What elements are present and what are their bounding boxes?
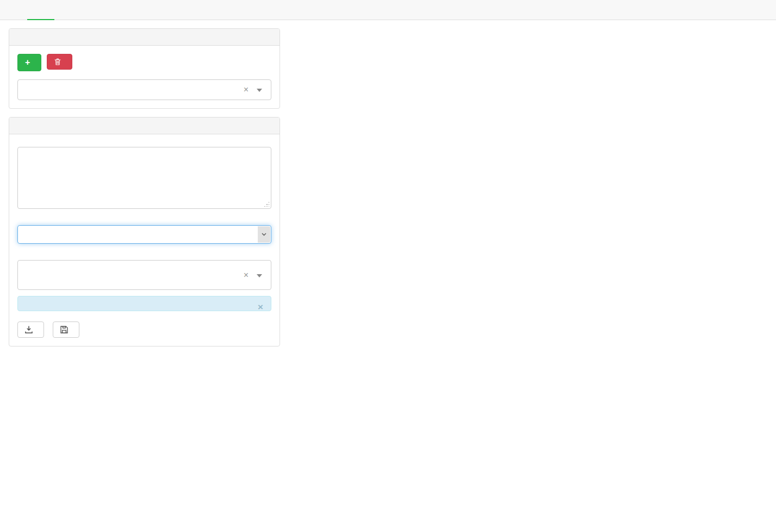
- sort-info-alert: ×: [17, 296, 271, 311]
- report-select-clear-icon[interactable]: ×: [244, 85, 249, 94]
- tags-select[interactable]: ×: [17, 260, 271, 290]
- tab-activity[interactable]: [54, 0, 82, 20]
- available-reports-panel: + ×: [9, 28, 280, 109]
- download-icon: [25, 326, 33, 333]
- alert-close-icon[interactable]: ×: [258, 302, 263, 312]
- available-reports-title: [9, 29, 280, 46]
- tab-keywords[interactable]: [0, 0, 27, 20]
- report-select-dropdown-icon[interactable]: [257, 89, 262, 92]
- save-changes-button[interactable]: [53, 321, 79, 338]
- trash-icon: [54, 58, 61, 65]
- chart-type-select[interactable]: [17, 225, 271, 244]
- plus-icon: +: [25, 58, 30, 67]
- delete-button[interactable]: [47, 54, 72, 70]
- report-config-body: × ×: [9, 134, 280, 346]
- report-config-panel: × ×: [9, 117, 280, 347]
- save-icon: [60, 326, 68, 333]
- download-image-button[interactable]: [17, 321, 44, 338]
- create-button[interactable]: +: [17, 54, 41, 71]
- description-field[interactable]: [17, 147, 271, 209]
- report-select[interactable]: ×: [17, 79, 271, 100]
- tab-volume[interactable]: [27, 0, 54, 20]
- left-column: + ×: [9, 28, 280, 355]
- tags-dropdown-icon[interactable]: [257, 274, 262, 277]
- report-config-title: [9, 117, 280, 134]
- available-reports-body: + ×: [9, 46, 280, 108]
- funnel-chart-pane: [344, 0, 776, 532]
- chart-type-dropdown-icon[interactable]: [258, 226, 270, 243]
- config-actions: [17, 321, 271, 338]
- funnel-svg: [344, 0, 776, 532]
- tags-clear-icon[interactable]: ×: [244, 271, 249, 280]
- description-field-wrap: [17, 147, 271, 209]
